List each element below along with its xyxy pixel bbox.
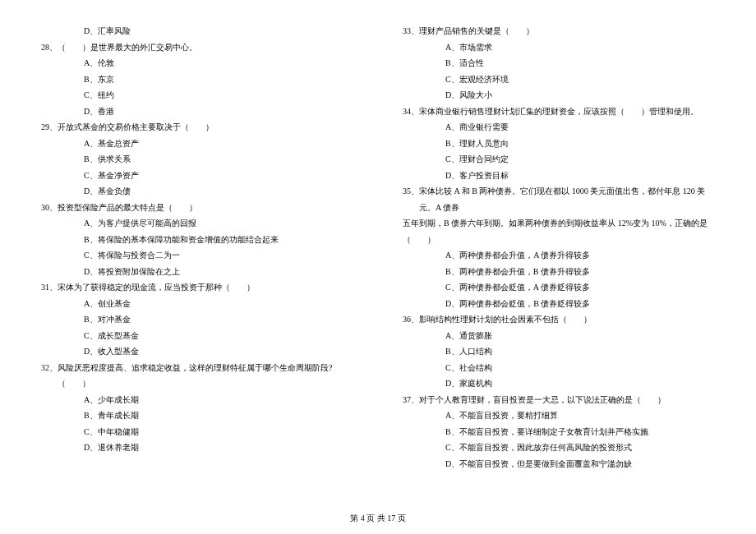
left-column: D、汇率风险 28、（ ）是世界最大的外汇交易中心。 A、伦敦 B、东京 C、纽… [41, 23, 353, 472]
question-33-text: 33、理财产品销售的关键是（ ） [403, 23, 715, 39]
question-36: 36、影响结构性理财计划的社会因素不包括（ ） A、通货膨胀 B、人口结构 C、… [403, 311, 715, 392]
question-34-option-c: C、理财合同约定 [403, 151, 715, 168]
question-28-option-d: D、香港 [41, 104, 353, 120]
question-37-option-b: B、不能盲目投资，要详细制定子女教育计划并严格实施 [403, 424, 715, 440]
question-33: 33、理财产品销售的关键是（ ） A、市场需求 B、适合性 C、宏观经济环境 D… [403, 23, 715, 104]
question-30: 30、投资型保险产品的最大特点是（ ） A、为客户提供尽可能高的回报 B、将保险… [41, 200, 353, 280]
question-31-text: 31、宋体为了获得稳定的现金流，应当投资于那种（ ） [41, 279, 353, 296]
question-29-text: 29、开放式基金的交易价格主要取决于（ ） [41, 119, 353, 136]
question-31-option-c: C、成长型基金 [41, 328, 353, 344]
question-37-option-a: A、不能盲目投资，要精打细算 [403, 407, 715, 424]
question-31-option-b: B、对冲基金 [41, 311, 353, 328]
orphan-option-d: D、汇率风险 [41, 23, 353, 39]
question-36-option-c: C、社会结构 [403, 360, 715, 376]
question-32: 32、风险厌恶程度提高、追求稳定收益，这样的理财特征属于哪个生命周期阶段?（ ）… [41, 360, 353, 456]
question-36-option-d: D、家庭机构 [403, 375, 715, 392]
question-33-option-d: D、风险大小 [403, 87, 715, 104]
question-35-continuation: 五年到期，B 债券六年到期。如果两种债券的到期收益率从 12%变为 10%，正确… [403, 215, 715, 247]
question-37-text: 37、对于个人教育理财，盲目投资是一大忌，以下说法正确的是（ ） [403, 392, 715, 408]
question-35-text: 35、宋体比较 A 和 B 两种债券。它们现在都以 1000 美元面值出售，都付… [403, 183, 715, 215]
question-30-option-d: D、将投资附加保险在之上 [41, 264, 353, 280]
question-29-option-d: D、基金负债 [41, 183, 353, 200]
question-31-option-a: A、创业基金 [41, 296, 353, 312]
question-34: 34、宋体商业银行销售理财计划汇集的理财资金，应该按照（ ）管理和使用。 A、商… [403, 104, 715, 184]
question-35: 35、宋体比较 A 和 B 两种债券。它们现在都以 1000 美元面值出售，都付… [403, 183, 715, 311]
right-column: 33、理财产品销售的关键是（ ） A、市场需求 B、适合性 C、宏观经济环境 D… [403, 23, 715, 472]
question-36-option-a: A、通货膨胀 [403, 328, 715, 344]
question-31-option-d: D、收入型基金 [41, 343, 353, 360]
question-35-option-b: B、两种债券都会升值，B 债券升得较多 [403, 264, 715, 280]
question-35-option-d: D、两种债券都会贬值，B 债券贬得较多 [403, 296, 715, 312]
question-29-option-b: B、供求关系 [41, 151, 353, 168]
question-32-option-c: C、中年稳健期 [41, 424, 353, 440]
question-28-option-c: C、纽约 [41, 87, 353, 104]
question-28-option-b: B、东京 [41, 71, 353, 88]
question-32-text: 32、风险厌恶程度提高、追求稳定收益，这样的理财特征属于哪个生命周期阶段?（ ） [41, 360, 353, 392]
question-33-option-a: A、市场需求 [403, 39, 715, 56]
question-33-option-c: C、宏观经济环境 [403, 71, 715, 88]
question-29: 29、开放式基金的交易价格主要取决于（ ） A、基金总资产 B、供求关系 C、基… [41, 119, 353, 200]
question-29-option-c: C、基金净资产 [41, 168, 353, 184]
question-35-option-c: C、两种债券都会贬值，A 债券贬得较多 [403, 279, 715, 296]
question-34-text: 34、宋体商业银行销售理财计划汇集的理财资金，应该按照（ ）管理和使用。 [403, 104, 715, 120]
question-37: 37、对于个人教育理财，盲目投资是一大忌，以下说法正确的是（ ） A、不能盲目投… [403, 392, 715, 472]
page-footer: 第 4 页 共 17 页 [0, 513, 756, 524]
question-37-option-d: D、不能盲目投资，但是要做到全面覆盖和宁滥勿缺 [403, 456, 715, 472]
question-30-option-b: B、将保险的基本保障功能和资金增值的功能结合起来 [41, 232, 353, 248]
question-28: 28、（ ）是世界最大的外汇交易中心。 A、伦敦 B、东京 C、纽约 D、香港 [41, 39, 353, 120]
question-32-option-b: B、青年成长期 [41, 407, 353, 424]
question-30-option-c: C、将保险与投资合二为一 [41, 247, 353, 264]
question-36-option-b: B、人口结构 [403, 343, 715, 360]
question-35-option-a: A、两种债券都会升值，A 债券升得较多 [403, 247, 715, 264]
question-34-option-d: D、客户投资目标 [403, 168, 715, 184]
question-37-option-c: C、不能盲目投资，因此放弃任何高风险的投资形式 [403, 440, 715, 456]
question-30-option-a: A、为客户提供尽可能高的回报 [41, 215, 353, 232]
question-30-text: 30、投资型保险产品的最大特点是（ ） [41, 200, 353, 216]
page-container: D、汇率风险 28、（ ）是世界最大的外汇交易中心。 A、伦敦 B、东京 C、纽… [0, 0, 756, 488]
question-34-option-b: B、理财人员意向 [403, 136, 715, 152]
question-28-text: 28、（ ）是世界最大的外汇交易中心。 [41, 39, 353, 56]
question-32-option-a: A、少年成长期 [41, 392, 353, 408]
question-33-option-b: B、适合性 [403, 55, 715, 71]
question-28-option-a: A、伦敦 [41, 55, 353, 71]
question-32-option-d: D、退休养老期 [41, 440, 353, 456]
question-31: 31、宋体为了获得稳定的现金流，应当投资于那种（ ） A、创业基金 B、对冲基金… [41, 279, 353, 360]
question-36-text: 36、影响结构性理财计划的社会因素不包括（ ） [403, 311, 715, 328]
question-29-option-a: A、基金总资产 [41, 136, 353, 152]
question-34-option-a: A、商业银行需要 [403, 119, 715, 136]
